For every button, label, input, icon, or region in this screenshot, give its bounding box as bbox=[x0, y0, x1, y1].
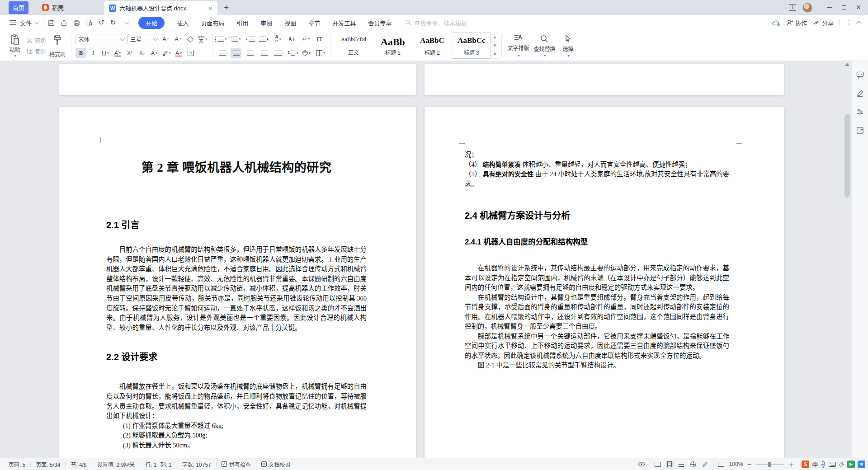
design-requirement-item[interactable]: (3) 臂长最大伸长 50cm。 bbox=[106, 441, 367, 451]
ime-keyboard-icon[interactable] bbox=[829, 462, 836, 467]
status-setting-value[interactable]: 设置值: 2.9厘米 bbox=[92, 461, 140, 468]
scrollbar-thumb[interactable] bbox=[844, 114, 850, 197]
sogou-logo-icon[interactable]: S bbox=[802, 461, 809, 468]
char-border-button[interactable]: A bbox=[185, 48, 196, 58]
zoom-out-button[interactable]: − bbox=[747, 461, 752, 468]
style-normal[interactable]: AaBbCcDd 正文 bbox=[334, 33, 373, 59]
ime-mic-icon[interactable] bbox=[821, 461, 826, 468]
proofread-button[interactable]: × 文档校对 bbox=[256, 461, 296, 468]
window-arrange-icon[interactable]: 1 bbox=[789, 4, 796, 11]
status-section[interactable]: 节: 4/8 bbox=[66, 461, 91, 468]
edit-mode-button[interactable] bbox=[701, 461, 709, 468]
subscript-button[interactable]: X₂ bbox=[137, 48, 147, 58]
status-page-of[interactable]: 页面: 5/34 bbox=[31, 461, 65, 468]
find-replace-button[interactable]: 查找替换 bbox=[531, 32, 557, 60]
text-effect-button[interactable]: A bbox=[149, 48, 160, 58]
view-web-button[interactable] bbox=[689, 461, 697, 468]
spell-check-button[interactable]: ✓ 拼写检查 bbox=[217, 461, 256, 468]
text-layout-button[interactable]: A 文字排版 bbox=[505, 32, 531, 60]
status-column[interactable]: 列: 1 bbox=[158, 461, 176, 468]
select-button[interactable]: 选择 bbox=[557, 32, 578, 60]
underline-button[interactable]: U bbox=[100, 48, 111, 58]
section-2-4-1-paragraph[interactable]: 腕部是机械臂系统中另一个关键运动部件，它被用来支撑末端盛饭勺，是指能够在工作空间… bbox=[465, 332, 729, 361]
scroll-up-icon[interactable]: ▲ bbox=[494, 35, 496, 39]
tab-home[interactable]: 首页 bbox=[9, 1, 28, 14]
previous-page-right[interactable] bbox=[425, 64, 784, 95]
tab-references[interactable]: 引用 bbox=[236, 19, 248, 27]
tab-document[interactable]: W 六轴机器人设计要点.docx × bbox=[104, 1, 217, 15]
figure-reference-paragraph[interactable]: 图 2-1 中是一些比较常见的关节型手臂结构设计。 bbox=[465, 361, 729, 371]
zoom-level[interactable]: 100% bbox=[729, 461, 743, 467]
minimize-button[interactable] bbox=[826, 4, 834, 12]
avatar[interactable] bbox=[802, 3, 812, 13]
list-item-4[interactable]: （4） 结构简单紧凑 体积越小、重量越轻，对人而言安全性越高、便捷性越强； bbox=[465, 160, 729, 170]
save-button[interactable] bbox=[48, 19, 55, 26]
command-search[interactable]: 查找命令、搜索模板 bbox=[405, 19, 467, 27]
restore-button[interactable] bbox=[840, 4, 848, 12]
gallery-more-icon[interactable]: ▼ bbox=[494, 52, 496, 56]
tab-page-layout[interactable]: 页面布局 bbox=[201, 19, 224, 27]
chapter-heading[interactable]: 第 2 章 喂饭机器人机械结构的研究 bbox=[106, 159, 367, 176]
list-item-5[interactable]: （5） 具有绝对的安全性 由于 24 小时处于人类家庭的生活环境,故对其安全性具… bbox=[465, 169, 729, 189]
file-menu[interactable]: 文件 bbox=[20, 19, 32, 27]
line-spacing-button[interactable]: ↕ bbox=[287, 48, 298, 58]
sort-button[interactable]: A↓ bbox=[287, 34, 297, 44]
shading-button[interactable] bbox=[301, 48, 312, 58]
format-painter-button[interactable]: 格式刷 bbox=[47, 32, 68, 60]
section-2-1-heading[interactable]: 2.1 引言 bbox=[106, 219, 367, 231]
cloud-sync-button[interactable] bbox=[772, 19, 780, 26]
bold-button[interactable]: B bbox=[75, 48, 86, 58]
collaborate-button[interactable]: 协作 bbox=[786, 19, 807, 27]
fit-page-button[interactable] bbox=[717, 461, 725, 468]
scroll-down-icon[interactable]: ▼ bbox=[494, 44, 496, 47]
section-2-4-1-paragraph[interactable]: 在机器臂的设计系统中，其传动结构最主要的运动部分，用来完成指定的动作要求，基本可… bbox=[465, 263, 729, 293]
style-heading3[interactable]: AaBbCc 标题 3 bbox=[452, 33, 491, 59]
section-2-4-1-paragraph[interactable]: 在机械臂的结构设计中，其臂身也是重要组成部分。臂身充当着支架的作用，起到给每节臂… bbox=[465, 293, 729, 332]
font-size-select[interactable]: 三号 bbox=[127, 34, 159, 44]
undo-button[interactable]: ↺ bbox=[99, 19, 104, 26]
tab-section[interactable]: 章节 bbox=[308, 19, 320, 27]
design-requirement-item[interactable]: (2) 能够抓取最大负载为 500g; bbox=[106, 431, 367, 441]
section-2-1-body[interactable]: 目前六个自由度的机械臂的结构种类很多，但适用于日常喂饭的机器人多年发展缺十分有限… bbox=[106, 245, 367, 333]
numbered-list-button[interactable] bbox=[231, 34, 241, 44]
justify-button[interactable] bbox=[259, 48, 269, 58]
zoom-slider-thumb[interactable] bbox=[768, 462, 771, 467]
align-right-button[interactable] bbox=[245, 48, 255, 58]
resource-panel-icon[interactable] bbox=[856, 127, 864, 134]
paste-button[interactable]: 粘贴 bbox=[5, 32, 25, 60]
distribute-button[interactable] bbox=[273, 48, 283, 58]
zoom-slider[interactable] bbox=[756, 464, 784, 465]
view-read-mode-button[interactable] bbox=[654, 461, 662, 468]
section-2-2-heading[interactable]: 2.2 设计要求 bbox=[106, 351, 367, 363]
section-2-2-body[interactable]: 机械臂放在餐坐上，饭和菜以及汤盛在机械臂的底座储物盘上，机械臂拥有足够的自由度以… bbox=[106, 382, 367, 421]
decrease-indent-button[interactable] bbox=[245, 34, 255, 44]
bullet-list-button[interactable] bbox=[217, 34, 227, 44]
assistant-icon[interactable] bbox=[856, 71, 864, 79]
previous-page-left[interactable] bbox=[59, 64, 416, 95]
export-pdf-button[interactable] bbox=[61, 19, 67, 26]
view-page-mode-button[interactable] bbox=[666, 461, 674, 468]
wrap-marks-button[interactable]: ↵ bbox=[301, 34, 311, 44]
quick-access-more-icon[interactable] bbox=[124, 20, 129, 24]
pinyin-guide-button[interactable]: wén 文 bbox=[197, 34, 208, 44]
ime-lang-indicator[interactable]: 中 bbox=[812, 460, 818, 469]
style-heading2[interactable]: AaBbC 标题 2 bbox=[412, 33, 452, 59]
print-preview-button[interactable] bbox=[86, 19, 93, 26]
asian-layout-button[interactable]: A↔ bbox=[273, 34, 283, 44]
edit-pen-icon[interactable] bbox=[856, 89, 864, 97]
tray-app-icon-blue[interactable]: ■ bbox=[858, 461, 865, 468]
print-button[interactable] bbox=[73, 19, 80, 26]
share-button[interactable]: 分享 bbox=[813, 19, 834, 27]
hamburger-menu-icon[interactable] bbox=[9, 20, 16, 25]
italic-button[interactable]: I bbox=[88, 48, 99, 58]
tab-insert[interactable]: 插入 bbox=[177, 19, 189, 27]
tab-developer[interactable]: 开发工具 bbox=[332, 19, 356, 27]
underline-style-button[interactable]: A bbox=[112, 48, 123, 58]
grow-font-button[interactable]: A⁺ bbox=[160, 34, 171, 44]
borders-button[interactable] bbox=[315, 48, 326, 58]
tray-app-icon-green[interactable]: ▶ bbox=[847, 461, 855, 468]
tab-close-icon[interactable]: × bbox=[208, 5, 213, 11]
eye-protect-button[interactable] bbox=[638, 461, 646, 468]
page-5[interactable]: 第 2 章 喂饭机器人机械结构的研究 2.1 引言 目前六个自由度的机械臂的结构… bbox=[59, 107, 416, 458]
design-requirement-item[interactable]: (1) 作业臂泵体最大重量不超过 6kg; bbox=[106, 421, 367, 431]
